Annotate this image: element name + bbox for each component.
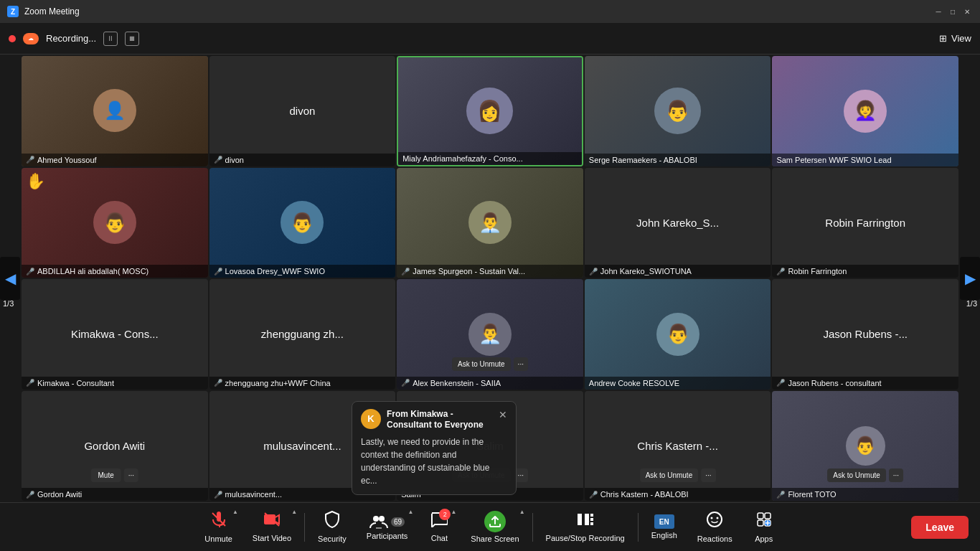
reactions-button[interactable]: Reactions [687, 503, 743, 551]
close-button[interactable]: ✕ [961, 6, 973, 17]
apps-button[interactable]: Apps [743, 503, 786, 551]
share-screen-button[interactable]: ▲ Share Screen [461, 503, 529, 551]
share-screen-label: Share Screen [471, 534, 519, 543]
chat-label: Chat [431, 534, 448, 542]
participants-label: Participants [367, 532, 407, 540]
security-icon [324, 511, 340, 532]
mute-icon: 🎤 [401, 379, 410, 387]
svg-point-10 [711, 517, 713, 519]
participant-name: Gordon Awiti [37, 490, 82, 499]
participant-tile: 👩‍🦱 Sam Petersen WWF SWIO Lead [772, 56, 958, 166]
more-options-button[interactable]: ··· [514, 357, 528, 371]
chat-badge: 2 [439, 509, 451, 520]
chevron-up-icon: ▲ [407, 509, 413, 515]
mute-icon: 🎤 [214, 156, 222, 164]
participants-button[interactable]: ▲ 69 Participants [357, 503, 418, 551]
more-options-button[interactable]: ··· [889, 468, 903, 482]
mute-icon: 🎤 [214, 491, 222, 499]
participant-name: divon [225, 156, 244, 164]
recording-text: Recording... [46, 33, 96, 44]
more-options-button[interactable]: ··· [124, 468, 138, 482]
participant-name: Ahmed Youssouf [37, 156, 97, 164]
participant-display-name: divon [286, 102, 318, 120]
participant-tile: 👨 Serge Raemaekers - ABALOBI [585, 56, 771, 166]
page-indicator-right: 1/3 [966, 299, 977, 308]
leave-button[interactable]: Leave [911, 516, 969, 539]
pause-stop-recording-button[interactable]: Pause/Stop Recording [536, 503, 635, 551]
ask-unmute-button[interactable]: Ask to Unmute [640, 468, 699, 482]
next-page-button[interactable]: ▶ [960, 257, 980, 300]
title-bar-title: Zoom Meeting [24, 6, 80, 17]
stop-recording-button[interactable]: ⏹ [125, 32, 139, 46]
participant-tile: 👨‍💼 🎤 James Spurgeon - Sustain Val... [397, 168, 583, 278]
participant-name-bg: Sam Petersen WWF SWIO Lead [772, 154, 958, 166]
participant-name-bg: 🎤 John Kareko_SWIOTUNA [585, 265, 771, 278]
svg-rect-5 [585, 514, 589, 525]
mute-icon: 🎤 [26, 491, 34, 499]
chevron-up-icon: ▲ [232, 509, 238, 515]
mute-button[interactable]: Mute [91, 468, 121, 482]
english-button[interactable]: EN English [641, 503, 687, 551]
participant-name-bg: 🎤 Florent TOTO [772, 488, 958, 501]
participant-name: Lovasoa Dresy_WWF SWIO [225, 267, 325, 276]
svg-rect-14 [758, 520, 763, 526]
participant-name-bg: 🎤 Kimakwa - Consultant [22, 377, 208, 390]
title-bar-controls[interactable]: ─ □ ✕ [933, 6, 973, 17]
previous-page-button[interactable]: ◀ [0, 257, 20, 300]
title-bar-left: Z Zoom Meeting [7, 6, 80, 17]
participant-tile: Gordon Awiti Mute ··· 🎤 Gordon Awiti [22, 391, 208, 501]
participant-tile: 👨 Andrew Cooke RESOLVE [585, 279, 771, 390]
svg-point-9 [707, 512, 722, 527]
reactions-icon [706, 511, 723, 532]
more-options-button[interactable]: ··· [701, 468, 715, 482]
svg-point-3 [379, 516, 385, 522]
svg-point-11 [717, 517, 719, 519]
participant-tile: 👤 🎤 Ahmed Youssouf [22, 56, 208, 166]
page-indicator-left: 1/3 [3, 299, 14, 308]
recording-cloud-icon: ☁ [23, 33, 39, 44]
participants-count: 69 [391, 517, 405, 527]
recording-dot [9, 35, 16, 42]
participant-display-name: Gordon Awiti [81, 437, 148, 455]
security-button[interactable]: Security [308, 503, 357, 551]
participant-tile: 👨 Ask to Unmute ··· 🎤 Florent TOTO [772, 391, 958, 501]
view-button[interactable]: ⊞ View [939, 33, 971, 44]
chevron-up-icon: ▲ [451, 509, 456, 515]
mute-icon: 🎤 [589, 491, 598, 499]
participant-tile: ✋ 👨 🎤 ABDILLAH ali abdallah( MOSC) [22, 168, 208, 278]
ask-unmute-button[interactable]: Ask to Unmute [827, 468, 886, 482]
start-video-button[interactable]: ▲ Start Video [242, 503, 301, 551]
svg-rect-8 [590, 522, 593, 525]
participant-tile: Jason Rubens -... 🎤 Jason Rubens - consu… [772, 279, 958, 390]
participant-name: Chris Kastern - ABALOBI [600, 490, 689, 499]
svg-rect-12 [758, 513, 763, 519]
share-screen-icon [484, 511, 506, 532]
minimize-button[interactable]: ─ [933, 6, 944, 17]
participant-name: James Spurgeon - Sustain Val... [413, 267, 525, 276]
chat-button[interactable]: ▲ 2 Chat [418, 503, 461, 551]
participant-display-name: Kimakwa - Cons... [68, 325, 161, 343]
participant-name: Florent TOTO [788, 490, 836, 499]
participant-name-bg: 🎤 Ahmed Youssouf [22, 154, 208, 166]
zoom-icon: Z [7, 6, 19, 17]
mute-icon: 🎤 [214, 379, 222, 387]
pause-recording-button[interactable]: ⏸ [103, 32, 118, 46]
unmute-button[interactable]: ▲ Unmute [194, 503, 242, 551]
chat-close-button[interactable]: ✕ [499, 409, 507, 420]
maximize-button[interactable]: □ [947, 6, 958, 17]
participant-name-bg: 🎤 ABDILLAH ali abdallah( MOSC) [22, 265, 208, 278]
reactions-label: Reactions [697, 534, 732, 543]
ask-unmute-button[interactable]: Ask to Unmute [452, 357, 511, 371]
chevron-up-icon: ▲ [519, 509, 525, 515]
participant-name: Jason Rubens - consultant [788, 379, 881, 387]
chevron-up-icon: ▲ [291, 509, 297, 515]
mute-icon: 🎤 [776, 268, 785, 276]
svg-rect-13 [765, 513, 771, 519]
participant-name-bg: 🎤 Lovasoa Dresy_WWF SWIO [209, 265, 396, 278]
participant-display-name: mulusavincent... [260, 437, 344, 455]
chat-from: From Kimakwa - Consultant to Everyone [387, 409, 493, 431]
mute-icon: 🎤 [776, 379, 785, 387]
chat-icon: 2 [430, 512, 448, 532]
toolbar-divider [532, 513, 533, 542]
participant-name-bg: 🎤 Robin Farrington [772, 265, 958, 278]
